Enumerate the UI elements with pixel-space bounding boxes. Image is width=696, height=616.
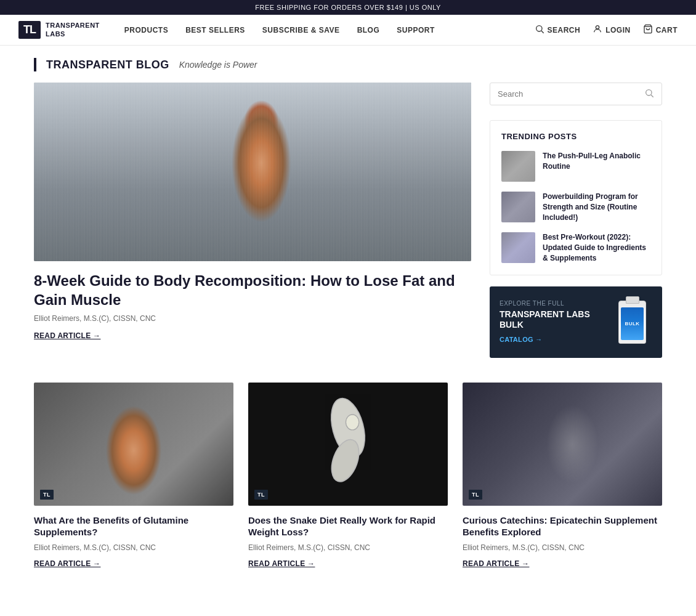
blog-header: TRANSPARENT BLOG Knowledge is Power [34, 58, 662, 71]
nav-products[interactable]: PRODUCTS [124, 26, 168, 34]
svg-point-8 [346, 415, 358, 430]
article-card-image: TL [248, 383, 448, 506]
content-grid: 8-Week Guide to Body Recomposition: How … [34, 83, 662, 358]
trending-item[interactable]: The Push-Pull-Leg Anabolic Routine [501, 151, 650, 182]
svg-line-5 [651, 95, 654, 97]
logo-link[interactable]: TL TRANSPARENT LABS [18, 21, 100, 39]
trending-item[interactable]: Powerbuilding Program for Strength and S… [501, 192, 650, 222]
article-card: TL Does the Snake Diet Really Work for R… [248, 383, 448, 568]
trending-item-title: The Push-Pull-Leg Anabolic Routine [543, 151, 650, 172]
search-icon [644, 88, 654, 98]
featured-article-author: Elliot Reimers, M.S.(C), CISSN, CNC [34, 314, 471, 323]
sidebar: TRENDING POSTS The Push-Pull-Leg Anaboli… [490, 83, 662, 358]
search-input[interactable] [498, 89, 644, 99]
tl-badge: TL [40, 490, 54, 500]
trending-posts-box: TRENDING POSTS The Push-Pull-Leg Anaboli… [490, 120, 662, 275]
trending-item-title: Powerbuilding Program for Strength and S… [543, 192, 650, 222]
cart-icon [643, 24, 653, 36]
nav-subscribe-&-save[interactable]: SUBSCRIBE & SAVE [262, 26, 340, 34]
article-read-link[interactable]: READ ARTICLE → [463, 559, 529, 568]
article-card-image: TL [463, 383, 662, 506]
nav-links: PRODUCTSBEST SELLERSSUBSCRIBE & SAVEBLOG… [124, 26, 535, 34]
svg-point-2 [596, 26, 599, 29]
article-card-author: Elliot Reimers, M.S.(C), CISSN, CNC [34, 543, 233, 552]
trending-thumb [501, 151, 535, 182]
nav-best-sellers[interactable]: BEST SELLERS [185, 26, 245, 34]
search-button[interactable] [644, 88, 654, 100]
featured-article-title: 8-Week Guide to Body Recomposition: How … [34, 271, 471, 309]
trending-item[interactable]: Best Pre-Workout (2022): Updated Guide t… [501, 232, 650, 263]
catalog-cta-text: EXPLORE THE FULL TRANSPARENT LABS BULK C… [500, 300, 606, 344]
article-card: TL Curious Catechins: Epicatechin Supple… [463, 383, 662, 568]
article-read-link[interactable]: READ ARTICLE → [34, 559, 100, 568]
article-card-author: Elliot Reimers, M.S.(C), CISSN, CNC [463, 543, 662, 552]
logo-badge: TL [18, 21, 41, 39]
article-card-title: Curious Catechins: Epicatechin Supplemen… [463, 514, 662, 538]
article-card-author: Elliot Reimers, M.S.(C), CISSN, CNC [248, 543, 448, 552]
svg-point-0 [536, 26, 541, 31]
tl-badge: TL [469, 490, 482, 500]
search-box [490, 83, 662, 105]
blog-subtitle: Knowledge is Power [179, 60, 257, 70]
bottle-label-text: BULK [625, 321, 639, 326]
bottle-label: BULK [621, 307, 644, 340]
snake-image [248, 383, 448, 506]
catalog-product: BULK [612, 298, 652, 347]
catalog-link[interactable]: CATALOG → [500, 336, 543, 343]
supplement-bottle: BULK [618, 301, 646, 344]
trending-title: TRENDING POSTS [501, 132, 650, 141]
catalog-cta: EXPLORE THE FULL TRANSPARENT LABS BULK C… [490, 286, 662, 358]
trending-thumb [501, 232, 535, 263]
svg-point-4 [646, 90, 652, 95]
top-banner: FREE SHIPPING FOR ORDERS OVER $149 | US … [0, 0, 696, 15]
catalog-explore-label: EXPLORE THE FULL [500, 300, 606, 307]
main-content: TRANSPARENT BLOG Knowledge is Power 8-We… [15, 46, 681, 580]
article-card-title: Does the Snake Diet Really Work for Rapi… [248, 514, 448, 538]
nav-action-cart[interactable]: CART [643, 24, 678, 36]
article-card-title: What Are the Benefits of Glutamine Suppl… [34, 514, 233, 538]
nav-blog[interactable]: BLOG [357, 26, 380, 34]
trending-item-title: Best Pre-Workout (2022): Updated Guide t… [543, 232, 650, 263]
navigation: TL TRANSPARENT LABS PRODUCTSBEST SELLERS… [0, 15, 696, 46]
article-card-image: TL [34, 383, 233, 506]
articles-grid: TL What Are the Benefits of Glutamine Su… [34, 383, 662, 568]
article-card: TL What Are the Benefits of Glutamine Su… [34, 383, 233, 568]
search-icon [535, 24, 544, 36]
nav-action-search[interactable]: SEARCH [535, 24, 581, 36]
nav-support[interactable]: SUPPORT [397, 26, 435, 34]
featured-article: 8-Week Guide to Body Recomposition: How … [34, 83, 471, 358]
logo-name: TRANSPARENT LABS [46, 22, 100, 38]
blog-title: TRANSPARENT BLOG [46, 59, 169, 71]
blog-header-bar [34, 58, 36, 71]
nav-actions: SEARCHLOGINCART [535, 24, 678, 36]
trending-posts-list: The Push-Pull-Leg Anabolic Routine Power… [501, 151, 650, 264]
featured-person-bg [34, 83, 471, 261]
user-icon [593, 24, 602, 36]
featured-read-link[interactable]: READ ARTICLE → [34, 331, 100, 340]
featured-article-image [34, 83, 471, 261]
trending-thumb [501, 192, 535, 222]
article-read-link[interactable]: READ ARTICLE → [248, 559, 315, 568]
nav-action-login[interactable]: LOGIN [593, 24, 631, 36]
catalog-brand-label: TRANSPARENT LABS BULK [500, 309, 606, 330]
svg-line-1 [541, 31, 544, 33]
tl-badge: TL [254, 490, 268, 500]
